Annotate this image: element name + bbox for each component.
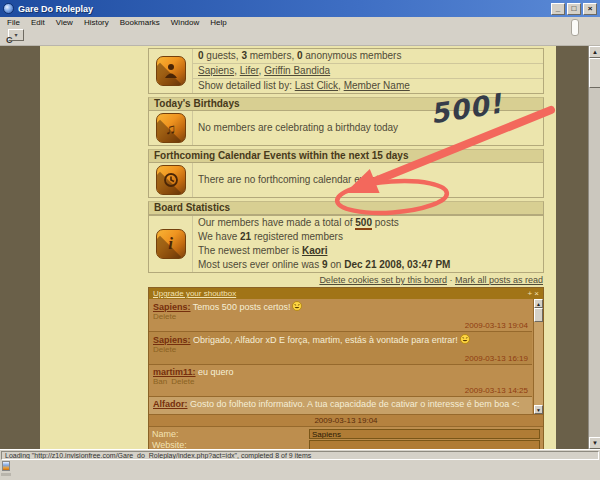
grin-emoji <box>460 334 470 344</box>
grin-emoji <box>292 301 302 311</box>
birthdays-header: Today's Birthdays <box>148 97 544 111</box>
shout-author-link[interactable]: Sapiens: <box>153 335 191 345</box>
active-users-table: 0 guests, 3 members, 0 anonymous members… <box>148 48 544 94</box>
shout-timestamp: 2009-03-13 14:25 <box>153 386 528 395</box>
shout-message: Sapiens: Temos 500 posts certos! Delete … <box>149 299 532 332</box>
board-action-links: Delete cookies set by this board · Mark … <box>148 273 544 286</box>
calendar-text: There are no forthcoming calendar events <box>193 173 543 187</box>
shout-message: martim11: eu quero BanDelete 2009-03-13 … <box>149 365 532 397</box>
calendar-row: There are no forthcoming calendar events <box>148 163 544 198</box>
shout-author-link[interactable]: Alfador: <box>153 399 188 409</box>
scrollbar-thumb[interactable] <box>534 308 543 322</box>
scrollbar-thumb[interactable] <box>589 58 600 88</box>
post-count-link[interactable]: 500 <box>355 217 372 230</box>
app-icon <box>3 3 14 14</box>
shout-timestamp: 2009-03-13 16:19 <box>153 354 528 363</box>
name-label: Name: <box>152 429 309 439</box>
shout-author-link[interactable]: Sapiens: <box>153 302 191 312</box>
detailed-list-options: Show detailed list by: Last Click, Membe… <box>193 78 543 93</box>
toolbar-partial-label: C <box>6 35 13 45</box>
close-button[interactable]: × <box>583 3 597 15</box>
registered-members-line: We have 21 registered members <box>193 230 543 244</box>
birthdays-text: No members are celebrating a birthday to… <box>193 121 543 135</box>
menu-history[interactable]: History <box>84 18 109 27</box>
maximize-button[interactable]: □ <box>567 3 581 15</box>
last-click-link[interactable]: Last Click <box>295 80 338 91</box>
name-field[interactable] <box>309 429 540 439</box>
shout-message: Alfador: Gosto do folheto informativo. A… <box>149 397 532 414</box>
total-posts-line: Our members have made a total of 500 pos… <box>193 216 543 230</box>
shout-delete-link[interactable]: Delete <box>153 345 176 354</box>
toolbar: ▾ C <box>0 28 600 46</box>
toolbar-grip <box>571 19 579 36</box>
shout-author-link[interactable]: martim11: <box>153 367 196 377</box>
title-bar: Gare Do Roleplay _ □ × <box>0 0 600 17</box>
member-link-griffin[interactable]: Griffin Bandida <box>264 65 330 76</box>
board-stats-row: i Our members have made a total of 500 p… <box>148 215 544 273</box>
scroll-down-icon[interactable]: ▼ <box>589 437 600 449</box>
forum-page: 0 guests, 3 members, 0 anonymous members… <box>0 46 588 449</box>
online-members-list: Sapiens, Lifer, Griffin Bandida <box>193 63 543 78</box>
shout-ban-link[interactable]: Ban <box>153 377 167 386</box>
info-icon: i <box>156 229 186 259</box>
newest-member-line: The newest member is Kaori <box>193 244 543 258</box>
website-field[interactable] <box>309 440 540 449</box>
page-wrapper: 0 guests, 3 members, 0 anonymous members… <box>40 46 556 449</box>
shout-message: Sapiens: Obrigado, Alfador xD E força, m… <box>149 332 532 365</box>
browser-scrollbar[interactable]: ▲ ▼ <box>588 46 600 449</box>
desktop-icon[interactable] <box>2 461 10 471</box>
most-online-line: Most users ever online was 9 on Dec 21 2… <box>193 258 543 272</box>
mark-read-link[interactable]: Mark all posts as read <box>455 275 543 285</box>
shoutbox-messages: Sapiens: Temos 500 posts certos! Delete … <box>149 299 543 414</box>
clock-icon <box>156 165 186 195</box>
scroll-down-icon[interactable]: ▼ <box>534 405 543 414</box>
website-label: Website: <box>152 440 309 449</box>
calendar-header: Forthcoming Calendar Events within the n… <box>148 149 544 163</box>
menu-view[interactable]: View <box>56 18 73 27</box>
status-bar: Loading "http://z10.invisionfree.com/Gar… <box>0 449 600 460</box>
shoutbox-scrollbar[interactable]: ▲ ▼ <box>533 299 543 414</box>
scroll-up-icon[interactable]: ▲ <box>589 46 600 58</box>
minimize-button[interactable]: _ <box>551 3 565 15</box>
desktop-strip <box>0 460 600 480</box>
menu-help[interactable]: Help <box>210 18 226 27</box>
member-link-sapiens[interactable]: Sapiens <box>198 65 234 76</box>
browser-viewport: 0 guests, 3 members, 0 anonymous members… <box>0 46 600 449</box>
desktop-icon-label <box>1 473 11 476</box>
menu-window[interactable]: Window <box>171 18 199 27</box>
menu-file[interactable]: File <box>7 18 20 27</box>
birthdays-row: ♫ No members are celebrating a birthday … <box>148 111 544 146</box>
shout-timestamp: 2009-03-13 19:04 <box>153 321 528 330</box>
shoutbox-form: Name: Website: Message: <box>149 427 543 449</box>
scroll-up-icon[interactable]: ▲ <box>534 299 543 308</box>
shoutbox-pop-icon[interactable]: + <box>527 289 532 298</box>
forum-content: 0 guests, 3 members, 0 anonymous members… <box>148 48 544 449</box>
shout-delete-link[interactable]: Delete <box>153 312 176 321</box>
window-title: Gare Do Roleplay <box>18 4 549 14</box>
shoutbox: Upgrade your shoutbox + × Sapiens: Temos… <box>148 287 544 449</box>
shoutbox-close-icon[interactable]: × <box>534 289 539 298</box>
menu-bar: File Edit View History Bookmarks Window … <box>0 17 600 28</box>
delete-cookies-link[interactable]: Delete cookies set by this board <box>319 275 447 285</box>
menu-bookmarks[interactable]: Bookmarks <box>120 18 160 27</box>
person-icon <box>156 56 186 86</box>
status-text: Loading "http://z10.invisionfree.com/Gar… <box>1 451 599 460</box>
shoutbox-last-updated: 2009-03-13 19:04 <box>149 414 543 427</box>
upgrade-shoutbox-link[interactable]: Upgrade your shoutbox <box>153 289 236 298</box>
board-stats-header: Board Statistics <box>148 201 544 215</box>
menu-edit[interactable]: Edit <box>31 18 45 27</box>
newest-member-link[interactable]: Kaori <box>302 245 328 256</box>
shout-delete-link[interactable]: Delete <box>171 377 194 386</box>
online-counts: 0 guests, 3 members, 0 anonymous members <box>193 49 543 63</box>
member-link-lifer[interactable]: Lifer <box>240 65 259 76</box>
member-name-link[interactable]: Member Name <box>344 80 410 91</box>
music-note-icon: ♫ <box>156 113 186 143</box>
